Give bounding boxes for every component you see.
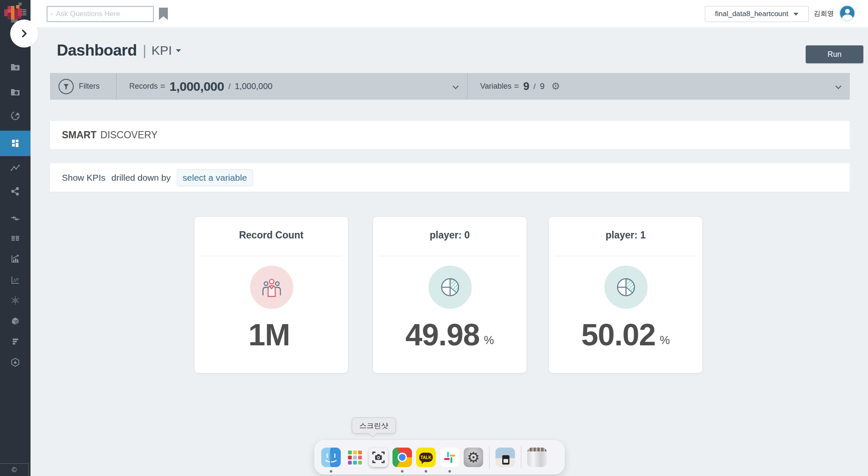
- kpi-value: 49.98: [405, 319, 479, 350]
- avatar-head: [845, 9, 850, 14]
- bar-chart-icon[interactable]: [0, 249, 31, 268]
- trash-icon: [527, 448, 547, 467]
- dock-slack[interactable]: [440, 448, 459, 467]
- filters-section[interactable]: Filters: [50, 73, 117, 100]
- page-title: Dashboard: [57, 42, 137, 59]
- smart-title-bold: SMART: [62, 129, 97, 141]
- smart-discovery-header: SMART DISCOVERY: [50, 121, 850, 149]
- bookmark-icon[interactable]: [159, 8, 168, 22]
- copyright-box: ©: [0, 463, 29, 476]
- filter-bar: Filters Records = 1,000,000 / 1,000,000 …: [50, 73, 850, 100]
- view-selector[interactable]: KPI: [151, 43, 181, 58]
- running-indicator: [425, 470, 427, 473]
- dock-divider: [489, 446, 490, 468]
- search-icon: [51, 9, 53, 19]
- running-indicator: [330, 470, 332, 473]
- merge-arrows-icon[interactable]: [0, 209, 31, 228]
- share-icon[interactable]: [0, 182, 31, 201]
- kakaotalk-icon: TALK: [416, 448, 436, 467]
- variables-expand-chevron-icon[interactable]: [835, 83, 841, 89]
- app-screen: © final_data8_heartcount 김희영 Dashboard |…: [0, 0, 868, 476]
- records-label: Records: [129, 82, 158, 91]
- dock-tooltip: 스크린샷: [352, 417, 396, 434]
- records-value: 1,000,000: [170, 79, 224, 94]
- filters-label: Filters: [79, 82, 100, 91]
- kpi-card-title: Record Count: [195, 230, 348, 241]
- chevron-down-icon: [176, 49, 181, 52]
- sidebar-expand-button[interactable]: [10, 20, 38, 48]
- cluster-icon[interactable]: [0, 291, 31, 310]
- variables-total: 9: [540, 81, 545, 91]
- finder-icon: [321, 448, 341, 467]
- page-header: Dashboard | KPI: [57, 42, 181, 59]
- dock-system-settings[interactable]: ⚙: [464, 448, 483, 467]
- records-section[interactable]: Records = 1,000,000 / 1,000,000: [117, 73, 467, 100]
- variables-slash: /: [533, 82, 535, 91]
- card-divider: [379, 256, 520, 256]
- kpi-card-player-1: player: 1 50.02 %: [548, 216, 703, 373]
- dock-launchpad[interactable]: [345, 448, 364, 467]
- dock-divider: [521, 446, 521, 468]
- launchpad-icon: [345, 448, 364, 467]
- search-box[interactable]: [47, 6, 154, 22]
- kpi-value: 1M: [248, 319, 290, 350]
- people-icon: [250, 266, 293, 309]
- screenshot-icon: [369, 448, 388, 467]
- trendline-icon[interactable]: [0, 159, 31, 177]
- kpi-card-player-0: player: 0 49.98 %: [373, 216, 527, 373]
- cube-chart-icon[interactable]: [0, 312, 31, 330]
- running-indicator: [448, 470, 451, 473]
- dock-documents[interactable]: [495, 448, 515, 467]
- folder-settings-icon[interactable]: [0, 83, 31, 101]
- dot-matrix-icon[interactable]: [0, 229, 31, 248]
- hexagon-icon[interactable]: [0, 353, 31, 372]
- records-total: 1,000,000: [235, 81, 273, 91]
- chevron-down-icon: [793, 13, 798, 16]
- dock-screenshot[interactable]: [369, 448, 388, 467]
- kpi-drilldown-row: Show KPIs drilled down by select a varia…: [50, 163, 850, 192]
- dock: TALK ⚙: [314, 440, 565, 474]
- system-settings-icon: ⚙: [464, 448, 483, 467]
- records-slash: /: [228, 82, 231, 91]
- card-divider: [200, 256, 342, 256]
- funnel-bars-icon[interactable]: [0, 332, 31, 351]
- dashboard-gauge-icon[interactable]: [0, 106, 31, 125]
- search-input[interactable]: [56, 10, 150, 18]
- smart-title-rest: DISCOVERY: [100, 129, 158, 141]
- card-divider: [555, 256, 696, 256]
- variables-section[interactable]: Variables = 9 / 9 ⚙: [467, 73, 850, 100]
- dock-trash[interactable]: [527, 448, 547, 467]
- records-equals: =: [160, 81, 165, 91]
- kpi-card-title: player: 1: [549, 230, 702, 241]
- records-expand-chevron-icon[interactable]: [453, 83, 459, 89]
- folder-add-icon[interactable]: [0, 58, 31, 76]
- pie-chart-icon: [604, 266, 648, 309]
- avatar[interactable]: [839, 5, 855, 21]
- kpi-value: 50.02: [581, 319, 655, 350]
- title-separator: |: [143, 42, 147, 59]
- avatar-body: [842, 14, 853, 21]
- pie-chart-icon: [428, 266, 472, 309]
- kpi-card-record-count: Record Count 1M: [194, 216, 348, 373]
- run-button[interactable]: Run: [806, 45, 863, 63]
- gear-icon[interactable]: ⚙: [551, 81, 560, 91]
- sidebar-item-dashboard-active[interactable]: [0, 131, 31, 156]
- scatter-plot-icon[interactable]: [0, 271, 31, 289]
- slack-icon: [440, 448, 459, 467]
- variables-label: Variables: [480, 82, 512, 91]
- kakao-talk-label: TALK: [419, 453, 433, 462]
- kpi-unit: %: [660, 334, 670, 350]
- kpi-card-title: player: 0: [373, 230, 526, 241]
- dataset-selector[interactable]: final_data8_heartcount: [705, 6, 809, 22]
- funnel-icon: [58, 79, 74, 94]
- user-name: 김희영: [814, 9, 834, 18]
- kpi-prefix: Show KPIs: [62, 173, 106, 183]
- variables-equals: =: [514, 81, 519, 91]
- dock-finder[interactable]: [321, 448, 341, 467]
- dock-chrome[interactable]: [392, 448, 412, 467]
- select-variable-button[interactable]: select a variable: [177, 169, 253, 186]
- top-bar: final_data8_heartcount 김희영: [31, 0, 868, 27]
- sidebar: ©: [0, 0, 31, 476]
- variables-value: 9: [523, 80, 529, 93]
- dock-kakaotalk[interactable]: TALK: [416, 448, 436, 467]
